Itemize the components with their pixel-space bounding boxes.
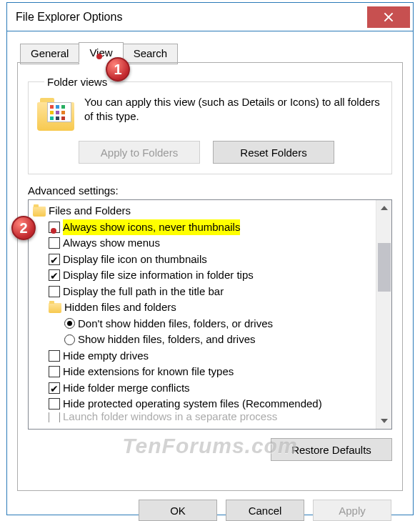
tree-item-label: Hide extensions for known file types (63, 364, 234, 380)
tree-item-label: Display file icon on thumbnails (63, 252, 207, 268)
checkbox[interactable] (49, 398, 60, 410)
tree-item[interactable]: Display the full path in the title bar (33, 284, 374, 300)
client-area: General View Search Folder views (7, 31, 413, 521)
apply-button[interactable]: Apply (313, 500, 391, 521)
titlebar: File Explorer Options (7, 3, 413, 31)
checkbox[interactable] (49, 412, 60, 422)
tree-item[interactable]: Always show menus (33, 235, 374, 252)
chevron-up-icon (381, 206, 388, 210)
annotation-2-pointer (51, 228, 56, 234)
checkbox[interactable] (49, 350, 60, 362)
tab-panel-view: Folder views (17, 62, 403, 491)
close-button[interactable] (367, 6, 410, 28)
close-icon (384, 12, 394, 22)
folder-views-description: You can apply this view (such as Details… (84, 95, 383, 132)
settings-tree: Files and FoldersAlways show icons, neve… (29, 200, 376, 429)
tree-item-label: Hide empty drives (63, 348, 149, 364)
tree-item-label: Always show menus (63, 235, 160, 252)
scrollbar-thumb[interactable] (378, 243, 391, 292)
tree-item-label: Don't show hidden files, folders, or dri… (78, 316, 273, 332)
tree-item-label: Launch folder windows in a separate proc… (63, 412, 277, 422)
checkbox[interactable] (49, 366, 60, 377)
tree-item-label: Hidden files and folders (64, 299, 176, 316)
reset-folders-button[interactable]: Reset Folders (213, 141, 334, 164)
tree-item-label: Hide protected operating system files (R… (63, 396, 322, 412)
folder-icon (49, 303, 61, 313)
tree-item-label: Show hidden files, folders, and drives (78, 332, 255, 348)
folder-views-legend: Folder views (44, 76, 110, 88)
annotation-1: 1 (106, 57, 130, 81)
scroll-down-button[interactable] (376, 413, 391, 429)
tree-item[interactable]: Display file icon on thumbnails (33, 252, 374, 268)
annotation-1-pointer (96, 54, 102, 59)
window-title: File Explorer Options (16, 11, 122, 24)
vertical-scrollbar[interactable] (376, 200, 391, 429)
ok-button[interactable]: OK (139, 500, 217, 521)
tree-item-label: Always show icons, never thumbnails (63, 219, 240, 236)
folder-views-icon (37, 98, 74, 132)
apply-to-folders-button: Apply to Folders (79, 141, 200, 164)
restore-defaults-button[interactable]: Restore Defaults (271, 438, 392, 461)
folder-views-group: Folder views (28, 76, 392, 174)
annotation-2: 2 (11, 216, 36, 240)
tree-root[interactable]: Files and Folders (33, 203, 374, 219)
radio[interactable] (64, 334, 75, 345)
folder-icon (33, 207, 46, 217)
checkbox[interactable] (49, 237, 60, 249)
tree-item-label: Display file size information in folder … (63, 267, 254, 284)
tab-general[interactable]: General (20, 44, 79, 64)
advanced-settings-label: Advanced settings: (28, 184, 392, 197)
tree-item-label: Display the full path in the title bar (63, 284, 224, 300)
tree-item[interactable]: Display file size information in folder … (33, 267, 374, 284)
cancel-button[interactable]: Cancel (226, 500, 304, 521)
dialog-button-row: OK Cancel Apply (17, 491, 403, 521)
tree-item[interactable]: Always show icons, never thumbnails (33, 219, 374, 236)
tree-item[interactable]: Hide empty drives (33, 348, 374, 364)
tree-item[interactable]: Hide extensions for known file types (33, 364, 374, 380)
tree-item[interactable]: Hide protected operating system files (R… (33, 396, 374, 412)
tab-strip: General View Search (20, 42, 403, 63)
tree-root-label: Files and Folders (49, 203, 131, 219)
checkbox[interactable] (49, 382, 60, 394)
tab-search[interactable]: Search (123, 44, 179, 64)
tree-item[interactable]: Hide folder merge conflicts (33, 380, 374, 397)
dialog-window: File Explorer Options General View Searc… (6, 2, 414, 515)
checkbox[interactable] (49, 254, 60, 265)
advanced-settings-list[interactable]: Files and FoldersAlways show icons, neve… (28, 199, 392, 430)
chevron-down-icon (381, 419, 388, 423)
tree-item[interactable]: Launch folder windows in a separate proc… (33, 412, 374, 422)
tree-item-label: Hide folder merge conflicts (63, 380, 190, 397)
tree-item[interactable]: Hidden files and folders (33, 299, 374, 316)
tree-item[interactable]: Don't show hidden files, folders, or dri… (33, 316, 374, 332)
scroll-up-button[interactable] (376, 200, 391, 216)
checkbox[interactable] (49, 269, 60, 281)
tree-item[interactable]: Show hidden files, folders, and drives (33, 332, 374, 348)
checkbox[interactable] (49, 286, 60, 297)
radio[interactable] (64, 318, 75, 329)
